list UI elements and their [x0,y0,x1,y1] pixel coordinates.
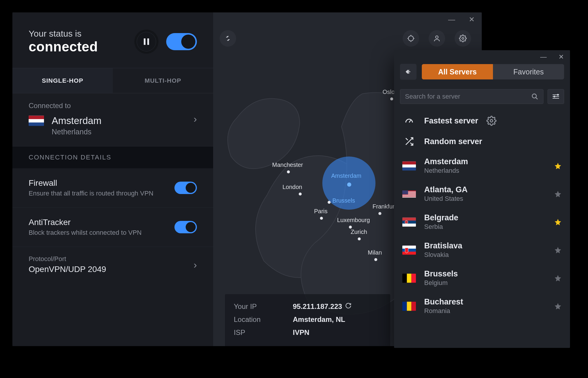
flag-nl-icon [402,161,416,171]
favorite-star[interactable] [554,190,562,198]
favorite-star[interactable] [554,274,562,282]
pin-luxembourg [349,226,352,229]
server-country: Netherlands [424,167,546,175]
antitracker-sub: Block trackers whilst connected to VPN [29,229,142,237]
label-brussels: Brussels [332,197,355,204]
back-button[interactable] [400,64,416,80]
server-row[interactable]: BelgradeSerbia [394,208,570,236]
popup-close-button[interactable]: ✕ [552,50,570,64]
firewall-sub: Ensure that all traffic is routed throug… [29,190,153,197]
flag-nl-icon [29,115,44,126]
svg-rect-45 [402,302,407,311]
server-country: Romania [424,307,546,315]
refresh-icon[interactable] [345,302,352,309]
gear-icon[interactable] [486,116,496,126]
fastest-server-row[interactable]: Fastest server [394,110,570,131]
antitracker-title: AntiTracker [29,218,142,227]
pin-zurich [358,237,361,240]
firewall-row: Firewall Ensure that all traffic is rout… [12,168,213,208]
server-list: Fastest server Random server AmsterdamNe… [394,107,570,348]
pin-london [299,193,302,195]
hop-tabs: SINGLE-HOP MULTI-HOP [12,68,213,93]
ip-info-box: Your IP95.211.187.223 LocationAmsterdam,… [225,294,390,346]
svg-rect-34 [402,190,408,194]
firewall-toggle[interactable] [174,182,197,194]
server-country: Slovakia [424,251,546,259]
antitracker-toggle[interactable] [174,221,197,233]
pin-frankfurt [378,212,381,215]
svg-line-13 [536,97,538,99]
server-city: Amsterdam [424,157,546,166]
server-tabs: All Servers Favorites [422,64,564,79]
pause-icon [144,38,149,45]
toggle-knob [181,35,195,49]
svg-point-12 [532,94,536,98]
protocol-label: Protocol/Port [29,255,106,263]
svg-line-19 [409,120,411,123]
search-input[interactable] [405,93,531,100]
tab-all-servers[interactable]: All Servers [422,64,493,79]
favorite-star[interactable] [554,218,562,226]
svg-point-17 [557,94,558,95]
popup-window-controls: — ✕ [394,50,570,64]
tab-multi-hop[interactable]: MULTI-HOP [113,68,213,93]
label-frankfurt: Frankfurt [373,203,396,210]
server-row[interactable]: Atlanta, GAUnited States [394,180,570,208]
svg-rect-26 [402,161,416,164]
favorite-star[interactable] [554,162,562,170]
svg-rect-42 [402,273,407,283]
shuffle-icon [402,136,416,146]
gauge-icon [402,116,416,126]
tab-single-hop[interactable]: SINGLE-HOP [12,68,113,93]
popup-minimize-button[interactable]: — [535,50,552,64]
status-block: Your status is connected [12,12,213,68]
server-city: Belgrade [424,213,546,222]
label-zurich: Zurich [351,229,367,235]
window-controls: — ✕ [442,12,482,27]
close-button[interactable]: ✕ [462,12,482,27]
favorite-star[interactable] [554,246,562,254]
protocol-value: OpenVPN/UDP 2049 [29,265,106,274]
filter-button[interactable] [548,89,564,104]
label-amsterdam: Amsterdam [331,172,361,179]
tab-favorites[interactable]: Favorites [493,64,564,79]
search-box [400,89,543,104]
status-value: connected [29,39,98,55]
server-row[interactable]: BucharestRomania [394,292,570,320]
ip-label: Your IP [234,302,293,311]
protocol-row[interactable]: Protocol/Port OpenVPN/UDP 2049 › [12,247,213,286]
favorite-star[interactable] [554,302,562,310]
fastest-label: Fastest server [424,116,478,126]
server-row[interactable]: BratislavaSlovakia [394,236,570,264]
server-city: Atlanta, GA [424,185,546,194]
connected-country: Netherlands [52,128,102,136]
minimize-button[interactable]: — [442,12,462,27]
connection-ping-dot [347,183,351,187]
chevron-right-icon: › [194,113,197,125]
server-row[interactable]: AmsterdamNetherlands [394,152,570,180]
pause-button[interactable] [137,32,156,51]
flag-us-icon [402,189,416,199]
svg-rect-46 [407,302,411,311]
server-row[interactable]: BrusselsBelgium [394,264,570,292]
server-city: Brussels [424,269,546,278]
svg-rect-31 [402,195,416,195]
svg-rect-41 [402,245,416,248]
connection-toggle[interactable] [166,33,197,50]
isp-value: IVPN [293,328,309,337]
server-city: Bratislava [424,241,546,250]
connected-to-row[interactable]: Connected to Amsterdam Netherlands › [12,93,213,146]
flag-sk-icon [402,245,416,255]
chevron-right-icon: › [194,259,197,271]
label-paris: Paris [314,208,328,215]
pin-brussels [328,201,331,204]
server-picker-window: — ✕ All Servers Favorites Fastest serv [394,50,570,348]
svg-point-18 [554,96,555,97]
location-value: Amsterdam, NL [293,315,345,324]
connection-details-header: CONNECTION DETAILS [12,146,213,168]
label-london: London [282,184,302,190]
flag-be-icon [402,273,416,283]
random-server-row[interactable]: Random server [394,131,570,152]
flag-rs-icon [402,217,416,227]
pin-manchester [287,170,290,173]
